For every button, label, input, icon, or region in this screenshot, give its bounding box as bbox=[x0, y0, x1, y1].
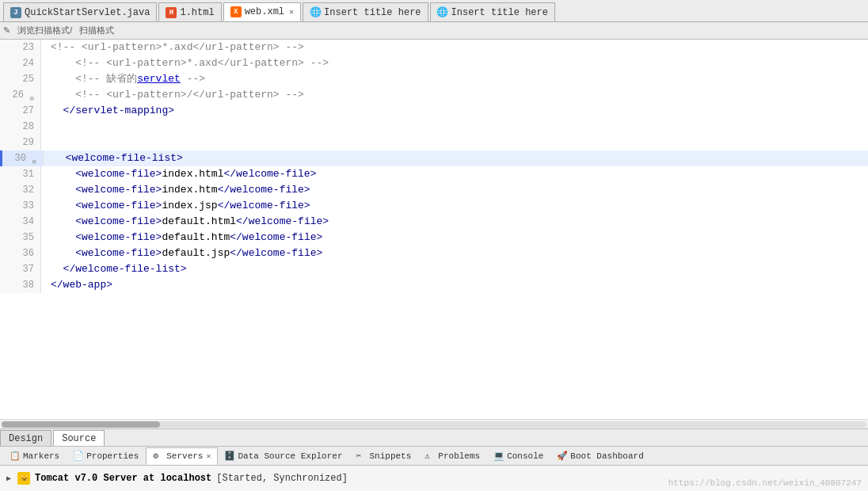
tab-problems[interactable]: ⚠️ Problems bbox=[418, 447, 487, 465]
code-line-26: 26⊖ <!-- <url-pattern>/</url-pattern> --… bbox=[0, 87, 868, 103]
code-line-32: 32 <welcome-file>index.htm</welcome-file… bbox=[0, 182, 868, 198]
tab-boot-dashboard[interactable]: 🚀 Boot Dashboard bbox=[550, 447, 650, 465]
datasource-icon: 🗄️ bbox=[224, 451, 235, 462]
line-num-32: 32 bbox=[0, 182, 41, 198]
globe-icon-1: 🌐 bbox=[310, 7, 321, 18]
line-content-37: </welcome-file-list> bbox=[41, 261, 187, 277]
code-line-36: 36 <welcome-file>default.jsp</welcome-fi… bbox=[0, 246, 868, 261]
line-content-36: <welcome-file>default.jsp</welcome-file> bbox=[41, 246, 322, 261]
problems-icon: ⚠️ bbox=[424, 451, 436, 462]
tomcat-icon: 🐱 bbox=[17, 472, 30, 485]
code-line-30: 30⊖ <welcome-file-list> bbox=[0, 150, 868, 166]
line-num-37: 37 bbox=[0, 261, 41, 277]
expand-arrow[interactable]: ▶ bbox=[6, 474, 11, 483]
source-tab[interactable]: Source bbox=[53, 430, 105, 446]
tab-properties[interactable]: 📄 Properties bbox=[67, 447, 146, 465]
line-num-23: 23 bbox=[0, 40, 41, 55]
horizontal-scrollbar[interactable] bbox=[0, 419, 868, 428]
tab-markers[interactable]: 📋 Markers bbox=[3, 447, 67, 465]
line-content-34: <welcome-file>default.html</welcome-file… bbox=[41, 214, 329, 230]
line-num-26: 26⊖ bbox=[0, 87, 41, 103]
code-line-34: 34 <welcome-file>default.html</welcome-f… bbox=[0, 214, 868, 230]
tab-close-icon[interactable]: ✕ bbox=[289, 7, 294, 17]
xml-icon: X bbox=[230, 6, 242, 17]
tab-webxml[interactable]: X web.xml ✕ bbox=[223, 2, 301, 21]
line-content-33: <welcome-file>index.jsp</welcome-file> bbox=[41, 198, 310, 214]
toolbar: ✎ 浏览扫描格式/ 扫描格式 bbox=[0, 22, 868, 40]
code-line-31: 31 <welcome-file>index.html</welcome-fil… bbox=[0, 166, 868, 182]
line-num-27: 27 bbox=[0, 103, 41, 119]
globe-icon-2: 🌐 bbox=[437, 7, 448, 18]
code-line-27: 27 </servlet-mapping> bbox=[0, 103, 868, 119]
code-line-38: 38 </web-app> bbox=[0, 277, 868, 293]
toolbar-text: ✎ 浏览扫描格式/ 扫描格式 bbox=[3, 25, 114, 36]
line-content-35: <welcome-file>default.htm</welcome-file> bbox=[41, 230, 322, 246]
code-line-33: 33 <welcome-file>index.jsp</welcome-file… bbox=[0, 198, 868, 214]
line-num-31: 31 bbox=[0, 166, 41, 182]
servers-close-icon[interactable]: ✕ bbox=[206, 451, 211, 461]
server-name: Tomcat v7.0 Server at localhost bbox=[35, 473, 211, 484]
line-num-38: 38 bbox=[0, 277, 41, 293]
line-content-31: <welcome-file>index.html</welcome-file> bbox=[41, 166, 316, 182]
bottom-tabs: 📋 Markers 📄 Properties ⚙️ Servers ✕ 🗄️ D… bbox=[0, 447, 868, 466]
line-content-30: <welcome-file-list> bbox=[44, 150, 868, 166]
scroll-track[interactable] bbox=[2, 421, 866, 428]
code-line-23: 23 <!-- <url-pattern>*.axd</url-pattern>… bbox=[0, 40, 868, 55]
servers-icon: ⚙️ bbox=[153, 451, 164, 462]
line-num-24: 24 bbox=[0, 55, 41, 71]
line-content-38: </web-app> bbox=[41, 277, 112, 293]
design-tab[interactable]: Design bbox=[0, 430, 51, 446]
java-icon: J bbox=[10, 7, 21, 18]
tab-insert-title-2[interactable]: 🌐 Insert title here bbox=[430, 2, 555, 21]
line-content-28 bbox=[41, 119, 57, 135]
markers-icon: 📋 bbox=[10, 451, 21, 462]
code-area[interactable]: 23 <!-- <url-pattern>*.axd</url-pattern>… bbox=[0, 40, 868, 419]
tab-1html[interactable]: H 1.html bbox=[158, 2, 221, 21]
tab-servers[interactable]: ⚙️ Servers ✕ bbox=[146, 447, 218, 465]
fold-icon-26[interactable]: ⊖ bbox=[26, 91, 34, 99]
editor-container: 23 <!-- <url-pattern>*.axd</url-pattern>… bbox=[0, 40, 868, 428]
line-content-24: <!-- <url-pattern>*.axd</url-pattern> --… bbox=[41, 55, 329, 71]
code-line-29: 29 bbox=[0, 135, 868, 150]
line-content-26: <!-- <url-pattern>/</url-pattern> --> bbox=[41, 87, 304, 103]
code-line-37: 37 </welcome-file-list> bbox=[0, 261, 868, 277]
html-icon: H bbox=[166, 7, 177, 18]
line-num-30: 30⊖ bbox=[2, 150, 44, 166]
tab-bar: J QuickStartServlet.java H 1.html X web.… bbox=[0, 0, 868, 22]
server-row: ▶ 🐱 Tomcat v7.0 Server at localhost [Sta… bbox=[6, 472, 348, 485]
line-content-32: <welcome-file>index.htm</welcome-file> bbox=[41, 182, 310, 198]
tab-console[interactable]: 💻 Console bbox=[487, 447, 550, 465]
console-icon: 💻 bbox=[493, 451, 504, 462]
code-line-28: 28 bbox=[0, 119, 868, 135]
line-content-25: <!-- 缺省的servlet --> bbox=[41, 71, 205, 87]
line-num-28: 28 bbox=[0, 119, 41, 135]
line-num-34: 34 bbox=[0, 214, 41, 230]
line-content-23: <!-- <url-pattern>*.axd</url-pattern> --… bbox=[41, 40, 304, 55]
properties-icon: 📄 bbox=[73, 451, 84, 462]
tab-datasource[interactable]: 🗄️ Data Source Explorer bbox=[218, 447, 349, 465]
line-num-36: 36 bbox=[0, 246, 41, 261]
line-num-29: 29 bbox=[0, 135, 41, 150]
line-num-33: 33 bbox=[0, 198, 41, 214]
line-content-29 bbox=[41, 135, 57, 150]
server-status: [Started, Synchronized] bbox=[216, 473, 348, 484]
tab-quickstartservlet[interactable]: J QuickStartServlet.java bbox=[3, 2, 157, 21]
line-content-27: </servlet-mapping> bbox=[41, 103, 174, 119]
scroll-thumb[interactable] bbox=[2, 421, 160, 428]
code-line-35: 35 <welcome-file>default.htm</welcome-fi… bbox=[0, 230, 868, 246]
tab-snippets[interactable]: ✂️ Snippets bbox=[350, 447, 419, 465]
line-num-25: 25 bbox=[0, 71, 41, 87]
line-num-35: 35 bbox=[0, 230, 41, 246]
boot-icon: 🚀 bbox=[557, 451, 568, 462]
code-line-24: 24 <!-- <url-pattern>*.axd</url-pattern>… bbox=[0, 55, 868, 71]
fold-icon-30[interactable]: ⊖ bbox=[29, 154, 36, 162]
tab-insert-title-1[interactable]: 🌐 Insert title here bbox=[303, 2, 428, 21]
code-line-25: 25 <!-- 缺省的servlet --> bbox=[0, 71, 868, 87]
snippets-icon: ✂️ bbox=[356, 451, 367, 462]
design-source-bar: Design Source bbox=[0, 428, 868, 446]
watermark: https://blog.csdn.net/weixin_40807247 bbox=[668, 478, 862, 488]
